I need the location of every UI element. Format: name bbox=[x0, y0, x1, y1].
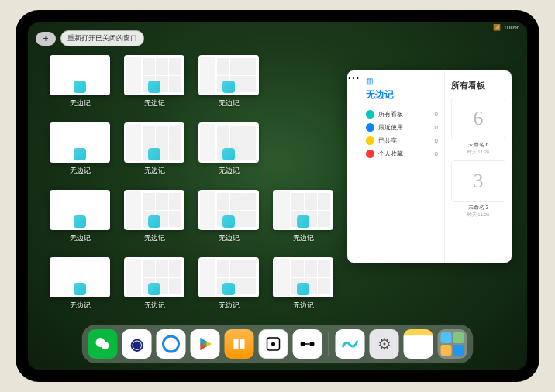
sidebar-item-all-boards[interactable]: 所有看板 0 bbox=[366, 108, 438, 121]
sidebar-item-count: 0 bbox=[435, 137, 438, 144]
window-thumbnail bbox=[50, 55, 110, 95]
window-thumbnail bbox=[124, 257, 184, 297]
freeform-icon bbox=[340, 334, 360, 354]
app-window[interactable]: 无边记 bbox=[50, 55, 110, 108]
freeform-main-window[interactable]: ⋯ ▥ 无边记 所有看板 0 最近使用 0 已共享 0 bbox=[347, 70, 512, 263]
app-switcher-grid: 无边记 无边记 无边记 无边记 无边记 无边记 无边记 无边记 无边记 无边记 … bbox=[50, 55, 333, 311]
app-window[interactable]: 无边记 bbox=[124, 190, 184, 243]
window-thumbnail bbox=[198, 257, 259, 297]
boards-panel: 所有看板 6 未命名 6 昨天 11:26 3 未命名 3 昨天 11:26 bbox=[445, 70, 512, 263]
sidebar-item-recent[interactable]: 最近使用 0 bbox=[366, 121, 438, 134]
boards-panel-title: 所有看板 bbox=[451, 80, 505, 91]
reopen-closed-window-button[interactable]: 重新打开已关闭的窗口 bbox=[60, 30, 144, 46]
dock: ◉ ⚙ bbox=[82, 325, 474, 363]
window-thumbnail bbox=[124, 55, 184, 95]
app-label: 无边记 bbox=[219, 166, 240, 176]
sidebar-item-count: 0 bbox=[435, 150, 438, 157]
app-label: 无边记 bbox=[144, 166, 165, 176]
window-thumbnail bbox=[198, 55, 259, 95]
svg-point-2 bbox=[164, 336, 179, 352]
sidebar-item-label: 已共享 bbox=[378, 136, 397, 145]
app-window[interactable]: 无边记 bbox=[198, 190, 259, 243]
app-window[interactable]: 无边记 bbox=[198, 55, 259, 108]
board-preview: 6 bbox=[451, 98, 505, 139]
heart-icon bbox=[366, 150, 374, 158]
board-date: 昨天 11:26 bbox=[451, 211, 505, 218]
clock-icon bbox=[366, 123, 374, 132]
window-thumbnail bbox=[50, 122, 110, 163]
app-window[interactable]: 无边记 bbox=[124, 257, 184, 311]
dock-app-quark[interactable]: ◉ bbox=[122, 329, 152, 359]
dock-app-dice[interactable] bbox=[259, 329, 288, 359]
grid-icon bbox=[366, 110, 374, 119]
people-icon bbox=[366, 136, 374, 145]
app-window[interactable]: 无边记 bbox=[273, 190, 333, 243]
dock-app-connect[interactable] bbox=[293, 329, 322, 359]
dock-app-settings[interactable]: ⚙ bbox=[370, 329, 399, 359]
app-window[interactable]: 无边记 bbox=[50, 257, 110, 311]
svg-point-11 bbox=[301, 342, 305, 346]
app-window[interactable]: 无边记 bbox=[198, 122, 259, 176]
app-label: 无边记 bbox=[293, 301, 314, 311]
app-label: 无边记 bbox=[144, 233, 165, 243]
ipad-frame: 📶 100% + 重新打开已关闭的窗口 无边记 无边记 无边记 无边记 无边记 … bbox=[16, 10, 539, 382]
dock-app-play[interactable] bbox=[191, 329, 220, 359]
svg-point-10 bbox=[271, 342, 275, 346]
sidebar-item-shared[interactable]: 已共享 0 bbox=[366, 134, 438, 147]
app-label: 无边记 bbox=[219, 301, 240, 311]
svg-rect-8 bbox=[240, 339, 245, 349]
status-bar: 📶 100% bbox=[493, 24, 519, 31]
board-date: 昨天 11:26 bbox=[451, 149, 505, 156]
svg-rect-7 bbox=[234, 339, 239, 349]
svg-marker-6 bbox=[207, 342, 212, 346]
window-thumbnail bbox=[50, 190, 110, 230]
sidebar-item-count: 0 bbox=[435, 111, 438, 118]
sidebar-item-favorites[interactable]: 个人收藏 0 bbox=[366, 147, 438, 160]
dice-icon bbox=[265, 335, 282, 352]
nodes-icon bbox=[298, 335, 317, 353]
app-window[interactable]: 无边记 bbox=[50, 122, 110, 176]
dock-folder[interactable] bbox=[438, 329, 467, 359]
svg-point-1 bbox=[102, 342, 109, 349]
app-window[interactable]: 无边记 bbox=[50, 190, 110, 243]
battery-label: 100% bbox=[504, 24, 519, 31]
svg-point-12 bbox=[310, 342, 315, 346]
window-thumbnail bbox=[198, 122, 259, 163]
app-window[interactable]: 无边记 bbox=[124, 122, 184, 176]
screen: 📶 100% + 重新打开已关闭的窗口 无边记 无边记 无边记 无边记 无边记 … bbox=[28, 22, 527, 370]
add-window-button[interactable]: + bbox=[36, 32, 56, 46]
sidebar-toggle-icon[interactable]: ▥ bbox=[366, 77, 438, 85]
dock-app-notes[interactable] bbox=[404, 329, 433, 359]
app-label: 无边记 bbox=[70, 166, 91, 176]
app-label: 无边记 bbox=[70, 233, 91, 243]
dock-app-qqbrowser[interactable] bbox=[157, 329, 186, 359]
app-window[interactable]: 无边记 bbox=[124, 55, 184, 108]
dock-app-wechat[interactable] bbox=[88, 329, 118, 359]
board-preview: 3 bbox=[451, 160, 505, 202]
board-name: 未命名 3 bbox=[451, 204, 505, 211]
app-label: 无边记 bbox=[293, 233, 314, 243]
window-more-icon[interactable]: ⋯ bbox=[347, 70, 360, 263]
window-thumbnail bbox=[50, 257, 110, 297]
dock-app-freeform[interactable] bbox=[336, 329, 365, 359]
app-label: 无边记 bbox=[144, 98, 165, 108]
window-thumbnail bbox=[124, 190, 184, 230]
app-label: 无边记 bbox=[70, 98, 91, 108]
app-label: 无边记 bbox=[144, 301, 165, 311]
play-icon bbox=[198, 336, 213, 352]
dock-separator bbox=[329, 332, 329, 356]
dock-app-books[interactable] bbox=[225, 329, 254, 359]
board-name: 未命名 6 bbox=[451, 141, 505, 149]
wifi-icon: 📶 bbox=[493, 24, 501, 31]
window-thumbnail bbox=[198, 190, 259, 230]
sidebar-item-count: 0 bbox=[435, 124, 438, 131]
window-thumbnail bbox=[273, 190, 333, 230]
board-card[interactable]: 6 未命名 6 昨天 11:26 bbox=[451, 98, 505, 156]
app-window[interactable]: 无边记 bbox=[273, 257, 333, 311]
board-card[interactable]: 3 未命名 3 昨天 11:26 bbox=[451, 160, 505, 218]
window-thumbnail bbox=[273, 257, 333, 297]
sidebar-item-label: 所有看板 bbox=[378, 110, 403, 119]
app-window[interactable]: 无边记 bbox=[198, 257, 259, 311]
sidebar: ▥ 无边记 所有看板 0 最近使用 0 已共享 0 bbox=[360, 70, 445, 263]
sidebar-item-label: 最近使用 bbox=[378, 123, 403, 132]
